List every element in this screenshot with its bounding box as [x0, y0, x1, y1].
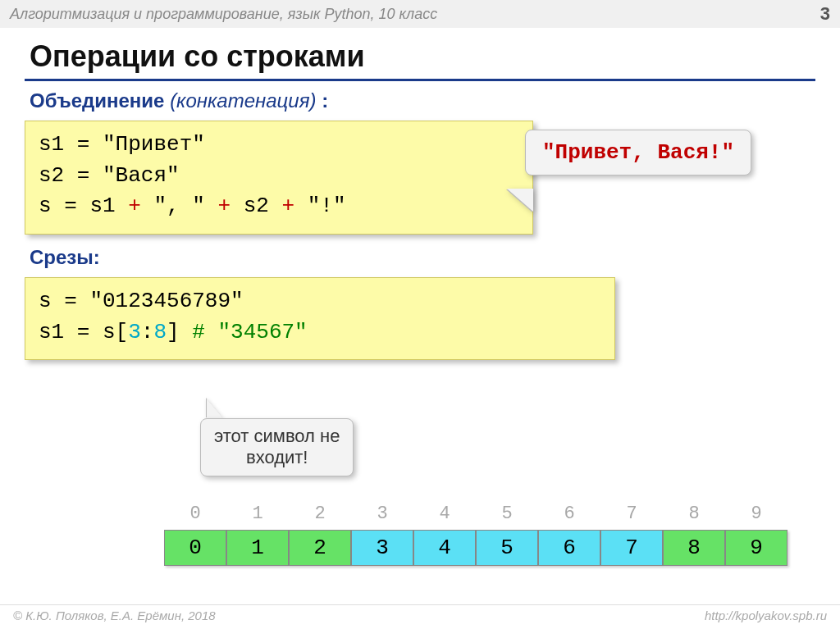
header-bar: Алгоритмизация и программирование, язык … [0, 0, 840, 28]
slide-content: Операции со строками Объединение (конкат… [0, 28, 840, 360]
footer-left: © К.Ю. Поляков, Е.А. Ерёмин, 2018 [13, 608, 216, 622]
breadcrumb: Алгоритмизация и программирование, язык … [10, 6, 437, 23]
table-cell: 6 [538, 530, 600, 566]
code-line: s = s1 + ", " + s2 + "!" [39, 191, 519, 222]
code-line: s2 = "Вася" [39, 161, 519, 192]
section1-colon: : [316, 89, 328, 112]
index-cell: 4 [413, 504, 476, 524]
index-cell: 0 [164, 504, 226, 524]
callout-note-line: входит! [214, 447, 340, 468]
table-cell: 7 [600, 530, 663, 566]
title-divider [25, 79, 815, 81]
table-cell: 4 [413, 530, 476, 566]
table-cell: 8 [663, 530, 725, 566]
index-row: 0123456789 [164, 504, 788, 524]
index-cell: 3 [351, 504, 413, 524]
section1-label: Объединение (конкатенация) : [30, 89, 815, 112]
table-cell: 5 [476, 530, 538, 566]
code-line: s = "0123456789" [39, 286, 601, 317]
section2-label: Срезы: [30, 246, 815, 269]
callout-result: "Привет, Вася!" [525, 130, 751, 175]
table-row: 0123456789 [164, 530, 788, 566]
page-number: 3 [820, 3, 830, 25]
table-cell: 9 [725, 530, 788, 566]
table-cell: 0 [164, 530, 226, 566]
page-title: Операции со строками [30, 39, 815, 74]
index-cell: 9 [725, 504, 788, 524]
table-cell: 2 [289, 530, 351, 566]
index-cell: 1 [226, 504, 289, 524]
table-cell: 1 [226, 530, 289, 566]
index-cell: 6 [538, 504, 600, 524]
section2-label-bold: Срезы [30, 246, 94, 268]
index-cell: 2 [289, 504, 351, 524]
callout-tail-icon [507, 189, 533, 212]
footer-right: http://kpolyakov.spb.ru [705, 608, 827, 622]
index-cell: 5 [476, 504, 538, 524]
code-line: s1 = "Привет" [39, 130, 519, 161]
section2-colon: : [94, 246, 100, 268]
index-cell: 8 [663, 504, 725, 524]
codebox-2: s = "0123456789" s1 = s[3:8] # "34567" [25, 277, 615, 360]
section1-label-bold: Объединение [30, 89, 164, 112]
callout-note-line: этот символ не [214, 426, 340, 447]
callout2-tail-icon [207, 399, 223, 418]
callout-note: этот символ не входит! [200, 418, 354, 476]
index-cell: 7 [600, 504, 663, 524]
codebox-1: s1 = "Привет" s2 = "Вася" s = s1 + ", " … [25, 121, 533, 235]
code-line: s1 = s[3:8] # "34567" [39, 317, 601, 349]
section1-label-italic: (конкатенация) [170, 89, 316, 112]
table-cell: 3 [351, 530, 413, 566]
footer: © К.Ю. Поляков, Е.А. Ерёмин, 2018 http:/… [0, 604, 840, 626]
